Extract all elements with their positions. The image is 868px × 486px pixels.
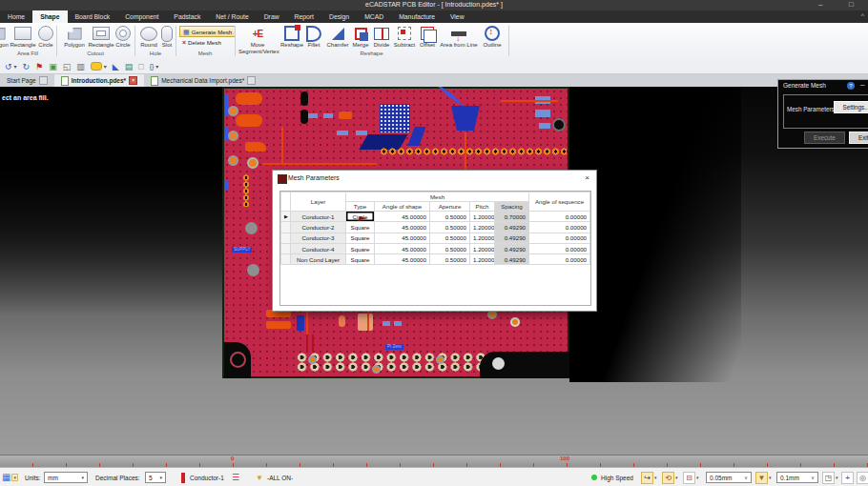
close-icon[interactable]: × (129, 76, 137, 85)
tab-net-route[interactable]: Net / Route (208, 10, 256, 23)
help-icon[interactable]: ? (847, 82, 855, 90)
panel-minimize-icon[interactable]: – (860, 80, 864, 89)
tab-manufacture[interactable]: Manufacture (391, 10, 443, 23)
decimal-places-select[interactable]: 5▾ (145, 472, 166, 483)
tab-board-block[interactable]: Board Block (68, 10, 118, 23)
col-header-type[interactable]: Type (346, 202, 375, 212)
tab-component[interactable]: Component (117, 10, 166, 23)
generate-mesh-button[interactable]: ▦ Generate Mesh (179, 26, 236, 37)
col-header-aperture[interactable]: Aperture (430, 202, 470, 212)
table-row[interactable]: ▶ Conductor-1 Circle 45.00000 0.50000 1.… (281, 212, 590, 222)
areafill-circle-button[interactable]: Circle (34, 25, 57, 49)
tab-home[interactable]: Home (0, 10, 32, 23)
minimize-icon[interactable]: – (818, 0, 822, 10)
search-icon[interactable]: ◎ (857, 472, 868, 484)
execute-button[interactable]: Execute (804, 132, 845, 144)
mounting-hole (247, 264, 259, 276)
trace-width-select[interactable]: 0.1mm∨ (776, 472, 818, 483)
chamfer-button[interactable]: Chamfer (324, 25, 351, 49)
close-icon[interactable] (39, 76, 48, 85)
pad (228, 131, 238, 141)
loop-mode-icon[interactable]: ⟲ (662, 472, 674, 484)
width-filter-icon[interactable]: ▼ (755, 472, 768, 484)
exit-button[interactable]: Exit (849, 132, 868, 144)
dropdown-icon[interactable]: ▾ (836, 475, 838, 480)
page-icon (61, 76, 69, 86)
corner-mode-icon[interactable]: ◳ (822, 472, 835, 484)
dropdown-icon[interactable]: ▾ (654, 475, 657, 480)
tab-padstack[interactable]: Padstack (166, 10, 208, 23)
reshape-button[interactable]: Reshape (279, 25, 305, 49)
document-icon[interactable]: □ (138, 62, 143, 71)
image-icon[interactable]: ▤ (125, 62, 134, 71)
comment-icon[interactable] (91, 62, 102, 71)
subtract-button[interactable]: Subtract (391, 25, 418, 49)
table-row[interactable]: Conductor-2 Square 45.00000 0.50000 1.20… (281, 222, 590, 233)
layers-icon[interactable]: ☰ (232, 468, 239, 486)
filter-icon[interactable]: ▼ (256, 468, 263, 486)
grid-size-select[interactable]: 0.05mm∨ (706, 472, 752, 483)
table-row[interactable]: Non Cond Layer Square 45.00000 0.50000 1… (281, 254, 590, 265)
dropdown-icon[interactable]: ▾ (11, 474, 18, 481)
tab-draw[interactable]: Draw (257, 10, 287, 23)
title-bar: eCADSTAR PCB Editor - [ Introduction.pde… (0, 0, 868, 10)
tab-shape[interactable]: Shape (32, 10, 67, 23)
grid-corner-icon[interactable]: ▦ ▾ (2, 468, 18, 486)
redo-icon[interactable]: ↻ (23, 62, 31, 71)
hug-mode-icon[interactable]: ⊟ (683, 472, 695, 484)
select-mask-icon[interactable]: ▥ (76, 62, 85, 71)
table-row[interactable]: Conductor-4 Square 45.00000 0.50000 1.20… (281, 243, 590, 253)
cutout-circle-button[interactable]: Circle (112, 25, 134, 49)
braces-icon[interactable]: {} (150, 62, 155, 71)
zoom-region-icon[interactable]: ◱ (63, 62, 72, 71)
tab-mcad[interactable]: MCAD (357, 10, 391, 23)
doc-tab-start-page[interactable]: Start Page (0, 74, 54, 87)
col-header-angle-of-sequence[interactable]: Angle of sequence (529, 192, 590, 212)
close-icon[interactable] (247, 76, 256, 85)
measure-icon[interactable]: ◣ (113, 62, 119, 71)
dropdown-icon[interactable]: ▾ (769, 475, 772, 480)
area-from-line-icon (451, 31, 466, 36)
settings-button[interactable]: Settings... (834, 101, 868, 113)
mounting-hole (492, 357, 505, 370)
board-slot (300, 110, 308, 124)
maximize-icon[interactable]: □ (849, 0, 854, 10)
units-select[interactable]: mm▾ (44, 472, 88, 483)
layer-filter-value[interactable]: -ALL ON- (267, 468, 293, 486)
cutout-polygon-button[interactable]: Polygon (60, 25, 89, 49)
dropdown-icon[interactable]: ▾ (696, 475, 699, 480)
dialog-close-icon[interactable]: × (585, 173, 589, 182)
qat-overflow-icon[interactable]: ▾ (155, 63, 158, 70)
undo-dropdown-icon[interactable]: ▾ (14, 63, 17, 70)
areafill-rectangle-button[interactable]: Rectangle (9, 25, 37, 49)
area-from-line-button[interactable]: Area from Line (437, 25, 481, 49)
offset-button[interactable]: Offset (416, 25, 439, 49)
route-mode-icon[interactable]: ↪ (641, 472, 653, 484)
pan-icon[interactable]: + (841, 472, 854, 484)
table-row[interactable]: Conductor-3 Square 45.00000 0.50000 1.20… (281, 233, 590, 243)
doc-tab-introduction[interactable]: Introduction.pdes* × (54, 74, 144, 87)
col-header-layer[interactable]: Layer (291, 192, 346, 212)
divide-button[interactable]: Divide (370, 25, 393, 49)
comment-dropdown-icon[interactable]: ▾ (104, 63, 107, 70)
tab-design[interactable]: Design (321, 10, 357, 23)
outline-button[interactable]: Outline (479, 25, 506, 49)
pin-icon[interactable]: ⚑ (35, 62, 43, 71)
color-grid-icon[interactable]: ▣ (49, 62, 57, 71)
active-layer-label[interactable]: Conductor-1 (190, 468, 224, 486)
merge-button[interactable]: Merge (349, 25, 372, 49)
dropdown-icon[interactable]: ▾ (675, 475, 678, 480)
ribbon-collapse-icon[interactable]: ^ (861, 12, 864, 19)
col-header-pitch[interactable]: Pitch (470, 202, 495, 212)
fillet-button[interactable]: Fillet (303, 25, 324, 49)
col-header-angle-of-shape[interactable]: Angle of shape (375, 202, 430, 212)
hole-slot-button[interactable]: Slot (157, 25, 176, 49)
document-tab-bar: Start Page Introduction.pdes* × Mechanic… (0, 74, 868, 87)
tab-view[interactable]: View (443, 10, 472, 23)
doc-tab-mechanical[interactable]: Mechanical Data Import.pdes* (144, 74, 262, 87)
delete-mesh-button[interactable]: × Delete Mesh (179, 37, 224, 47)
undo-icon[interactable]: ↺ (5, 62, 12, 71)
component (266, 321, 291, 329)
tab-report[interactable]: Report (287, 10, 321, 23)
col-header-spacing[interactable]: Spacing (495, 202, 529, 212)
